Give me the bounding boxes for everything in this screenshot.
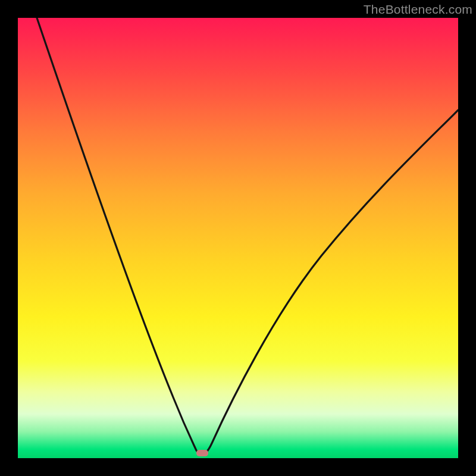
curve-right-branch xyxy=(203,110,458,453)
plot-area xyxy=(18,18,458,458)
optimal-marker xyxy=(196,450,208,456)
chart-frame: TheBottleneck.com xyxy=(0,0,476,476)
curve-left-branch xyxy=(37,18,203,453)
bottleneck-curve xyxy=(18,18,458,458)
watermark-label: TheBottleneck.com xyxy=(364,2,472,17)
